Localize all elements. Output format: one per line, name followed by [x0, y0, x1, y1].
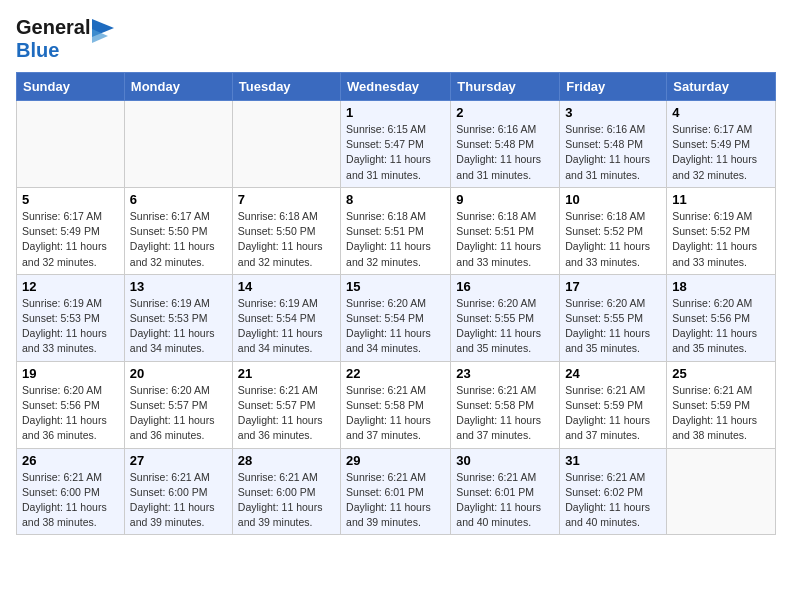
day-number: 21 [238, 366, 335, 381]
weekday-header-friday: Friday [560, 73, 667, 101]
day-info: Sunrise: 6:20 AM Sunset: 5:56 PM Dayligh… [22, 383, 119, 444]
calendar-cell: 19Sunrise: 6:20 AM Sunset: 5:56 PM Dayli… [17, 361, 125, 448]
logo-blue: Blue [16, 39, 90, 62]
calendar-cell [124, 101, 232, 188]
day-info: Sunrise: 6:21 AM Sunset: 5:58 PM Dayligh… [456, 383, 554, 444]
calendar-cell: 24Sunrise: 6:21 AM Sunset: 5:59 PM Dayli… [560, 361, 667, 448]
week-row-3: 12Sunrise: 6:19 AM Sunset: 5:53 PM Dayli… [17, 274, 776, 361]
day-info: Sunrise: 6:21 AM Sunset: 6:01 PM Dayligh… [346, 470, 445, 531]
calendar-cell: 17Sunrise: 6:20 AM Sunset: 5:55 PM Dayli… [560, 274, 667, 361]
day-number: 25 [672, 366, 770, 381]
day-info: Sunrise: 6:19 AM Sunset: 5:52 PM Dayligh… [672, 209, 770, 270]
day-number: 23 [456, 366, 554, 381]
day-number: 30 [456, 453, 554, 468]
day-info: Sunrise: 6:19 AM Sunset: 5:54 PM Dayligh… [238, 296, 335, 357]
calendar-table: SundayMondayTuesdayWednesdayThursdayFrid… [16, 72, 776, 535]
day-number: 13 [130, 279, 227, 294]
page-header: General Blue [16, 16, 776, 62]
day-info: Sunrise: 6:21 AM Sunset: 5:57 PM Dayligh… [238, 383, 335, 444]
day-number: 8 [346, 192, 445, 207]
day-number: 9 [456, 192, 554, 207]
calendar-cell: 22Sunrise: 6:21 AM Sunset: 5:58 PM Dayli… [341, 361, 451, 448]
day-number: 6 [130, 192, 227, 207]
day-info: Sunrise: 6:16 AM Sunset: 5:48 PM Dayligh… [565, 122, 661, 183]
week-row-5: 26Sunrise: 6:21 AM Sunset: 6:00 PM Dayli… [17, 448, 776, 535]
day-info: Sunrise: 6:20 AM Sunset: 5:55 PM Dayligh… [456, 296, 554, 357]
day-number: 26 [22, 453, 119, 468]
calendar-cell: 27Sunrise: 6:21 AM Sunset: 6:00 PM Dayli… [124, 448, 232, 535]
calendar-cell: 30Sunrise: 6:21 AM Sunset: 6:01 PM Dayli… [451, 448, 560, 535]
logo-flag-icon [92, 19, 114, 55]
day-info: Sunrise: 6:20 AM Sunset: 5:54 PM Dayligh… [346, 296, 445, 357]
day-info: Sunrise: 6:18 AM Sunset: 5:52 PM Dayligh… [565, 209, 661, 270]
day-number: 12 [22, 279, 119, 294]
calendar-cell [17, 101, 125, 188]
day-info: Sunrise: 6:16 AM Sunset: 5:48 PM Dayligh… [456, 122, 554, 183]
day-number: 19 [22, 366, 119, 381]
day-number: 2 [456, 105, 554, 120]
calendar-cell [667, 448, 776, 535]
day-info: Sunrise: 6:21 AM Sunset: 6:01 PM Dayligh… [456, 470, 554, 531]
day-number: 28 [238, 453, 335, 468]
day-info: Sunrise: 6:17 AM Sunset: 5:50 PM Dayligh… [130, 209, 227, 270]
day-number: 4 [672, 105, 770, 120]
calendar-cell: 25Sunrise: 6:21 AM Sunset: 5:59 PM Dayli… [667, 361, 776, 448]
weekday-header-monday: Monday [124, 73, 232, 101]
day-number: 15 [346, 279, 445, 294]
day-number: 1 [346, 105, 445, 120]
calendar-cell: 16Sunrise: 6:20 AM Sunset: 5:55 PM Dayli… [451, 274, 560, 361]
weekday-header-sunday: Sunday [17, 73, 125, 101]
day-number: 5 [22, 192, 119, 207]
weekday-header-wednesday: Wednesday [341, 73, 451, 101]
calendar-cell: 31Sunrise: 6:21 AM Sunset: 6:02 PM Dayli… [560, 448, 667, 535]
day-number: 18 [672, 279, 770, 294]
day-info: Sunrise: 6:21 AM Sunset: 6:00 PM Dayligh… [22, 470, 119, 531]
weekday-header-tuesday: Tuesday [232, 73, 340, 101]
weekday-header-thursday: Thursday [451, 73, 560, 101]
calendar-cell: 28Sunrise: 6:21 AM Sunset: 6:00 PM Dayli… [232, 448, 340, 535]
logo: General Blue [16, 16, 114, 62]
day-info: Sunrise: 6:20 AM Sunset: 5:57 PM Dayligh… [130, 383, 227, 444]
logo-container: General Blue [16, 16, 114, 62]
logo-general: General [16, 16, 90, 39]
day-info: Sunrise: 6:20 AM Sunset: 5:56 PM Dayligh… [672, 296, 770, 357]
day-number: 3 [565, 105, 661, 120]
calendar-cell: 20Sunrise: 6:20 AM Sunset: 5:57 PM Dayli… [124, 361, 232, 448]
day-number: 29 [346, 453, 445, 468]
day-info: Sunrise: 6:18 AM Sunset: 5:50 PM Dayligh… [238, 209, 335, 270]
day-info: Sunrise: 6:21 AM Sunset: 5:59 PM Dayligh… [672, 383, 770, 444]
week-row-2: 5Sunrise: 6:17 AM Sunset: 5:49 PM Daylig… [17, 187, 776, 274]
calendar-cell: 21Sunrise: 6:21 AM Sunset: 5:57 PM Dayli… [232, 361, 340, 448]
calendar-cell: 4Sunrise: 6:17 AM Sunset: 5:49 PM Daylig… [667, 101, 776, 188]
calendar-cell: 2Sunrise: 6:16 AM Sunset: 5:48 PM Daylig… [451, 101, 560, 188]
calendar-cell [232, 101, 340, 188]
day-number: 17 [565, 279, 661, 294]
calendar-cell: 6Sunrise: 6:17 AM Sunset: 5:50 PM Daylig… [124, 187, 232, 274]
week-row-4: 19Sunrise: 6:20 AM Sunset: 5:56 PM Dayli… [17, 361, 776, 448]
calendar-cell: 18Sunrise: 6:20 AM Sunset: 5:56 PM Dayli… [667, 274, 776, 361]
calendar-cell: 12Sunrise: 6:19 AM Sunset: 5:53 PM Dayli… [17, 274, 125, 361]
day-info: Sunrise: 6:21 AM Sunset: 5:59 PM Dayligh… [565, 383, 661, 444]
day-info: Sunrise: 6:19 AM Sunset: 5:53 PM Dayligh… [130, 296, 227, 357]
calendar-cell: 26Sunrise: 6:21 AM Sunset: 6:00 PM Dayli… [17, 448, 125, 535]
calendar-cell: 23Sunrise: 6:21 AM Sunset: 5:58 PM Dayli… [451, 361, 560, 448]
week-row-1: 1Sunrise: 6:15 AM Sunset: 5:47 PM Daylig… [17, 101, 776, 188]
day-number: 22 [346, 366, 445, 381]
day-number: 16 [456, 279, 554, 294]
calendar-cell: 11Sunrise: 6:19 AM Sunset: 5:52 PM Dayli… [667, 187, 776, 274]
day-number: 10 [565, 192, 661, 207]
day-info: Sunrise: 6:20 AM Sunset: 5:55 PM Dayligh… [565, 296, 661, 357]
logo-text: General Blue [16, 16, 90, 62]
day-number: 24 [565, 366, 661, 381]
day-number: 31 [565, 453, 661, 468]
weekday-header-row: SundayMondayTuesdayWednesdayThursdayFrid… [17, 73, 776, 101]
day-info: Sunrise: 6:21 AM Sunset: 6:00 PM Dayligh… [238, 470, 335, 531]
day-number: 20 [130, 366, 227, 381]
calendar-cell: 7Sunrise: 6:18 AM Sunset: 5:50 PM Daylig… [232, 187, 340, 274]
calendar-cell: 5Sunrise: 6:17 AM Sunset: 5:49 PM Daylig… [17, 187, 125, 274]
day-info: Sunrise: 6:21 AM Sunset: 6:02 PM Dayligh… [565, 470, 661, 531]
calendar-cell: 13Sunrise: 6:19 AM Sunset: 5:53 PM Dayli… [124, 274, 232, 361]
calendar-cell: 3Sunrise: 6:16 AM Sunset: 5:48 PM Daylig… [560, 101, 667, 188]
calendar-cell: 1Sunrise: 6:15 AM Sunset: 5:47 PM Daylig… [341, 101, 451, 188]
day-number: 14 [238, 279, 335, 294]
